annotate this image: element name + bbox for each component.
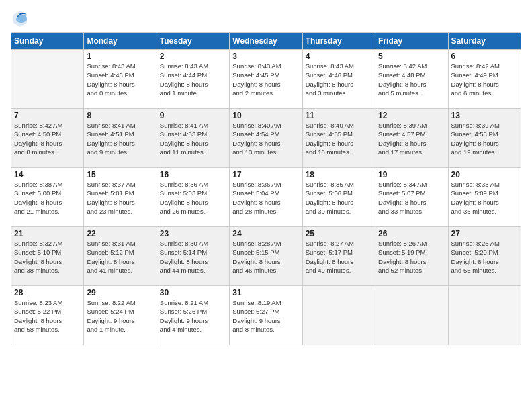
calendar-day-cell: 13Sunrise: 8:39 AM Sunset: 4:58 PM Dayli… (448, 109, 521, 168)
day-number: 17 (232, 170, 299, 179)
day-number: 1 (87, 52, 153, 61)
calendar-week-row: 21Sunrise: 8:32 AM Sunset: 5:10 PM Dayli… (11, 227, 521, 286)
day-info: Sunrise: 8:41 AM Sunset: 4:51 PM Dayligh… (87, 121, 153, 156)
day-number: 14 (14, 170, 81, 179)
day-number: 20 (451, 170, 518, 179)
calendar-day-cell (11, 50, 84, 109)
day-number: 21 (14, 229, 81, 238)
day-info: Sunrise: 8:38 AM Sunset: 5:00 PM Dayligh… (14, 180, 81, 216)
calendar-day-cell: 4Sunrise: 8:43 AM Sunset: 4:46 PM Daylig… (302, 50, 375, 109)
calendar-day-cell: 8Sunrise: 8:41 AM Sunset: 4:51 PM Daylig… (84, 109, 157, 168)
day-info: Sunrise: 8:40 AM Sunset: 4:55 PM Dayligh… (306, 121, 372, 156)
day-number: 22 (87, 229, 153, 238)
calendar-day-cell: 10Sunrise: 8:40 AM Sunset: 4:54 PM Dayli… (230, 109, 302, 168)
day-info: Sunrise: 8:39 AM Sunset: 4:58 PM Dayligh… (451, 121, 518, 156)
day-info: Sunrise: 8:31 AM Sunset: 5:12 PM Dayligh… (87, 239, 153, 275)
day-number: 25 (306, 229, 372, 238)
page: SundayMondayTuesdayWednesdayThursdayFrid… (0, 0, 532, 411)
calendar-day-cell: 5Sunrise: 8:42 AM Sunset: 4:48 PM Daylig… (375, 50, 448, 109)
day-number: 31 (232, 288, 299, 298)
calendar-day-cell (375, 286, 448, 345)
day-info: Sunrise: 8:43 AM Sunset: 4:44 PM Dayligh… (160, 62, 226, 97)
calendar-day-cell: 28Sunrise: 8:23 AM Sunset: 5:22 PM Dayli… (11, 286, 84, 345)
day-number: 16 (160, 170, 226, 179)
calendar-week-row: 1Sunrise: 8:43 AM Sunset: 4:43 PM Daylig… (11, 50, 521, 109)
calendar-day-cell: 22Sunrise: 8:31 AM Sunset: 5:12 PM Dayli… (84, 227, 157, 286)
day-info: Sunrise: 8:36 AM Sunset: 5:03 PM Dayligh… (160, 180, 226, 216)
day-number: 9 (160, 111, 226, 120)
day-number: 2 (160, 52, 226, 61)
calendar-day-cell: 3Sunrise: 8:43 AM Sunset: 4:45 PM Daylig… (230, 50, 302, 109)
day-info: Sunrise: 8:19 AM Sunset: 5:27 PM Dayligh… (232, 298, 299, 334)
calendar-day-cell (302, 286, 375, 345)
day-info: Sunrise: 8:21 AM Sunset: 5:26 PM Dayligh… (160, 298, 226, 334)
calendar-day-cell: 23Sunrise: 8:30 AM Sunset: 5:14 PM Dayli… (157, 227, 229, 286)
calendar-day-cell: 30Sunrise: 8:21 AM Sunset: 5:26 PM Dayli… (157, 286, 229, 345)
header (11, 8, 521, 27)
calendar-week-row: 14Sunrise: 8:38 AM Sunset: 5:00 PM Dayli… (11, 168, 521, 227)
day-number: 27 (451, 229, 518, 238)
calendar-header-cell: Saturday (448, 33, 521, 50)
day-info: Sunrise: 8:43 AM Sunset: 4:45 PM Dayligh… (232, 62, 299, 97)
day-number: 8 (87, 111, 153, 120)
calendar-header-row: SundayMondayTuesdayWednesdayThursdayFrid… (11, 33, 521, 50)
logo (11, 8, 31, 27)
day-number: 23 (160, 229, 226, 238)
calendar-week-row: 7Sunrise: 8:42 AM Sunset: 4:50 PM Daylig… (11, 109, 521, 168)
day-info: Sunrise: 8:27 AM Sunset: 5:17 PM Dayligh… (306, 239, 372, 275)
day-info: Sunrise: 8:35 AM Sunset: 5:06 PM Dayligh… (306, 180, 372, 216)
calendar-day-cell: 27Sunrise: 8:25 AM Sunset: 5:20 PM Dayli… (448, 227, 521, 286)
day-info: Sunrise: 8:37 AM Sunset: 5:01 PM Dayligh… (87, 180, 153, 216)
calendar-day-cell: 16Sunrise: 8:36 AM Sunset: 5:03 PM Dayli… (157, 168, 229, 227)
calendar-day-cell: 21Sunrise: 8:32 AM Sunset: 5:10 PM Dayli… (11, 227, 84, 286)
calendar-header-cell: Wednesday (230, 33, 302, 50)
day-number: 12 (378, 111, 445, 120)
calendar-day-cell: 6Sunrise: 8:42 AM Sunset: 4:49 PM Daylig… (448, 50, 521, 109)
day-info: Sunrise: 8:30 AM Sunset: 5:14 PM Dayligh… (160, 239, 226, 275)
calendar-day-cell (448, 286, 521, 345)
calendar-day-cell: 25Sunrise: 8:27 AM Sunset: 5:17 PM Dayli… (302, 227, 375, 286)
calendar-header-cell: Monday (84, 33, 157, 50)
day-number: 29 (87, 288, 153, 298)
calendar-day-cell: 20Sunrise: 8:33 AM Sunset: 5:09 PM Dayli… (448, 168, 521, 227)
calendar: SundayMondayTuesdayWednesdayThursdayFrid… (11, 32, 521, 345)
calendar-day-cell: 15Sunrise: 8:37 AM Sunset: 5:01 PM Dayli… (84, 168, 157, 227)
calendar-day-cell: 2Sunrise: 8:43 AM Sunset: 4:44 PM Daylig… (157, 50, 229, 109)
day-info: Sunrise: 8:39 AM Sunset: 4:57 PM Dayligh… (378, 121, 445, 156)
calendar-day-cell: 12Sunrise: 8:39 AM Sunset: 4:57 PM Dayli… (375, 109, 448, 168)
calendar-header-cell: Sunday (11, 33, 84, 50)
day-number: 7 (14, 111, 81, 120)
day-info: Sunrise: 8:34 AM Sunset: 5:07 PM Dayligh… (378, 180, 445, 216)
day-number: 10 (232, 111, 299, 120)
day-number: 15 (87, 170, 153, 179)
logo-icon (11, 8, 30, 27)
day-number: 26 (378, 229, 445, 238)
day-info: Sunrise: 8:28 AM Sunset: 5:15 PM Dayligh… (232, 239, 299, 275)
calendar-day-cell: 9Sunrise: 8:41 AM Sunset: 4:53 PM Daylig… (157, 109, 229, 168)
day-info: Sunrise: 8:42 AM Sunset: 4:48 PM Dayligh… (378, 62, 445, 97)
calendar-day-cell: 14Sunrise: 8:38 AM Sunset: 5:00 PM Dayli… (11, 168, 84, 227)
day-info: Sunrise: 8:42 AM Sunset: 4:50 PM Dayligh… (14, 121, 81, 156)
calendar-header-cell: Tuesday (157, 33, 229, 50)
calendar-day-cell: 1Sunrise: 8:43 AM Sunset: 4:43 PM Daylig… (84, 50, 157, 109)
day-number: 18 (306, 170, 372, 179)
day-info: Sunrise: 8:42 AM Sunset: 4:49 PM Dayligh… (451, 62, 518, 97)
day-info: Sunrise: 8:40 AM Sunset: 4:54 PM Dayligh… (232, 121, 299, 156)
day-info: Sunrise: 8:36 AM Sunset: 5:04 PM Dayligh… (232, 180, 299, 216)
day-info: Sunrise: 8:32 AM Sunset: 5:10 PM Dayligh… (14, 239, 81, 275)
calendar-day-cell: 7Sunrise: 8:42 AM Sunset: 4:50 PM Daylig… (11, 109, 84, 168)
calendar-day-cell: 11Sunrise: 8:40 AM Sunset: 4:55 PM Dayli… (302, 109, 375, 168)
day-info: Sunrise: 8:43 AM Sunset: 4:46 PM Dayligh… (306, 62, 372, 97)
calendar-week-row: 28Sunrise: 8:23 AM Sunset: 5:22 PM Dayli… (11, 286, 521, 345)
day-number: 4 (306, 52, 372, 61)
day-info: Sunrise: 8:23 AM Sunset: 5:22 PM Dayligh… (14, 298, 81, 334)
day-info: Sunrise: 8:26 AM Sunset: 5:19 PM Dayligh… (378, 239, 445, 275)
calendar-day-cell: 18Sunrise: 8:35 AM Sunset: 5:06 PM Dayli… (302, 168, 375, 227)
day-number: 11 (306, 111, 372, 120)
calendar-header-cell: Thursday (302, 33, 375, 50)
day-info: Sunrise: 8:33 AM Sunset: 5:09 PM Dayligh… (451, 180, 518, 216)
day-info: Sunrise: 8:41 AM Sunset: 4:53 PM Dayligh… (160, 121, 226, 156)
day-number: 13 (451, 111, 518, 120)
day-info: Sunrise: 8:22 AM Sunset: 5:24 PM Dayligh… (87, 298, 153, 334)
calendar-day-cell: 17Sunrise: 8:36 AM Sunset: 5:04 PM Dayli… (230, 168, 302, 227)
